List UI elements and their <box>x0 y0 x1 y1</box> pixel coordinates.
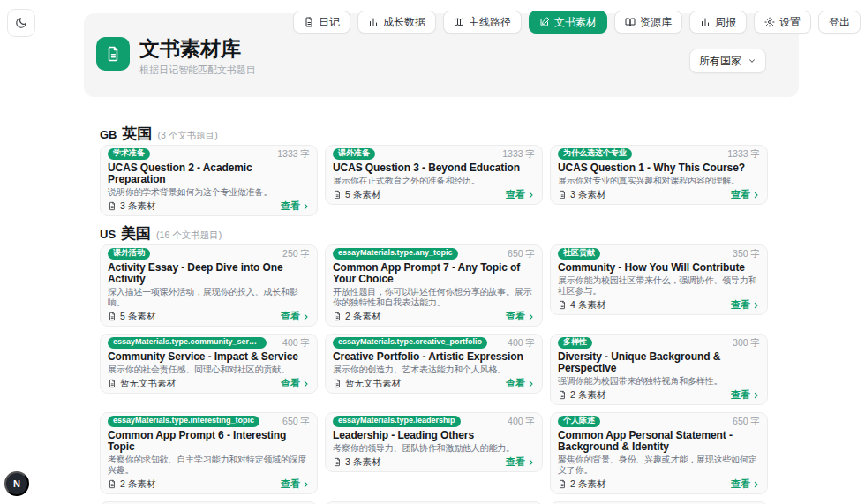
topic-type-badge: 课外活动 <box>108 248 150 260</box>
materials-count-label: 4 条素材 <box>570 299 606 312</box>
view-link[interactable]: 查看 <box>281 310 310 323</box>
essay-topic-card[interactable]: 社区贡献 350 字 Community - How You Will Cont… <box>550 244 768 315</box>
view-link[interactable]: 查看 <box>506 455 535 469</box>
nav-weekly-report-button[interactable]: 周报 <box>689 11 747 34</box>
doc-icon <box>333 312 342 321</box>
topic-count: (16 个文书题目) <box>156 229 222 242</box>
view-link[interactable]: 查看 <box>281 478 310 491</box>
materials-count-label: 2 条素材 <box>345 311 380 323</box>
card-grid: 学术准备 1333 字 UCAS Question 2 - Academic P… <box>100 145 768 216</box>
essay-topic-card[interactable]: essayMaterials.type.creative_portfolio 4… <box>325 334 543 394</box>
view-label: 查看 <box>506 455 525 469</box>
essay-topic-card[interactable]: essayMaterials.type.community_service 40… <box>100 334 318 394</box>
topic-type-badge: 为什么选这个专业 <box>558 148 632 160</box>
chevron-right-icon <box>302 202 310 211</box>
view-link[interactable]: 查看 <box>281 199 310 213</box>
materials-count-label: 3 条素材 <box>345 456 380 469</box>
topic-description: 说明你的学术背景如何为这个专业做准备。 <box>108 187 310 198</box>
doc-icon <box>558 390 567 400</box>
materials-count: 暂无文书素材 <box>108 378 176 390</box>
view-link[interactable]: 查看 <box>506 188 535 201</box>
view-label: 查看 <box>281 199 300 213</box>
materials-count: 2 条素材 <box>108 478 155 491</box>
word-count: 400 字 <box>508 416 535 428</box>
nav-label: 资源库 <box>640 15 672 30</box>
view-link[interactable]: 查看 <box>731 388 760 402</box>
dark-mode-toggle-button[interactable] <box>7 9 35 37</box>
essay-topic-card[interactable]: 个人陈述 650 字 Common App Personal Statement… <box>550 412 768 494</box>
nav-diary-button[interactable]: 日记 <box>293 11 350 34</box>
essay-topic-card[interactable]: 课外准备 1333 字 UCAS Question 3 - Beyond Edu… <box>325 145 543 205</box>
view-link[interactable]: 查看 <box>506 377 535 390</box>
topic-description: 开放性题目，你可以讲述任何你想分享的故事。展示你的独特性和自我表达能力。 <box>333 287 535 308</box>
topic-type-badge: 个人陈述 <box>558 416 600 427</box>
essay-topic-card[interactable]: essayMaterials.type.leadership 400 字 Lea… <box>325 412 543 472</box>
doc-icon <box>333 457 342 467</box>
top-navigation: 日记 成长数据 主线路径 文书素材 资源库 周报 设置 登出 <box>293 11 861 34</box>
chevron-right-icon <box>302 312 310 321</box>
country-name: 美国 <box>121 223 151 244</box>
view-link[interactable]: 查看 <box>731 188 760 201</box>
topic-title: Community - How You Will Contribute <box>558 262 760 274</box>
nav-label: 成长数据 <box>383 15 425 30</box>
essay-topic-card[interactable]: 学术准备 1333 字 UCAS Question 2 - Academic P… <box>100 145 318 216</box>
materials-count: 暂无文书素材 <box>333 378 401 390</box>
page-title: 文书素材库 <box>139 37 256 60</box>
word-count: 650 字 <box>508 248 535 260</box>
topic-description: 聚焦你的背景、身份、兴趣或才能，展现这些如何定义了你。 <box>558 455 760 476</box>
view-link[interactable]: 查看 <box>281 377 310 390</box>
chevron-right-icon <box>527 380 535 388</box>
view-link[interactable]: 查看 <box>731 298 760 312</box>
word-count: 650 字 <box>733 416 760 428</box>
doc-icon <box>108 379 117 388</box>
materials-count-label: 2 条素材 <box>120 478 155 491</box>
essay-topic-card[interactable]: essayMaterials.type.interesting_topic 65… <box>100 412 318 494</box>
nav-essay-materials-button[interactable]: 文书素材 <box>529 11 607 34</box>
materials-count-label: 3 条素材 <box>120 200 155 213</box>
essay-topic-card[interactable]: 为什么选这个专业 1333 字 UCAS Question 1 - Why Th… <box>550 145 768 205</box>
chevron-right-icon <box>527 191 535 199</box>
view-link[interactable]: 查看 <box>731 478 760 491</box>
section-gb: GB 英国 (3 个文书题目) 学术准备 1333 字 UCAS Questio… <box>100 124 768 216</box>
gear-icon <box>764 17 775 27</box>
essay-topic-card[interactable]: 多样性 300 字 Diversity - Unique Background … <box>550 334 768 405</box>
chevron-right-icon <box>527 312 535 321</box>
topic-title: UCAS Question 3 - Beyond Education <box>333 162 535 174</box>
essay-library-icon <box>96 37 130 71</box>
materials-count-label: 5 条素材 <box>120 311 155 323</box>
topic-type-badge: essayMaterials.type.any_topic <box>333 248 458 260</box>
word-count: 250 字 <box>282 248 310 260</box>
nav-logout-button[interactable]: 登出 <box>818 11 861 34</box>
doc-icon <box>108 312 117 321</box>
nav-growth-data-button[interactable]: 成长数据 <box>357 11 436 34</box>
materials-count: 3 条素材 <box>108 200 155 213</box>
word-count: 1333 字 <box>277 148 310 161</box>
topic-title: Leadership - Leading Others <box>333 430 535 441</box>
topic-title: Activity Essay - Deep Dive into One Acti… <box>108 262 310 285</box>
word-count: 400 字 <box>282 337 310 350</box>
nav-settings-button[interactable]: 设置 <box>754 11 811 34</box>
nav-main-path-button[interactable]: 主线路径 <box>443 11 522 34</box>
nav-resource-library-button[interactable]: 资源库 <box>614 11 682 34</box>
nav-label: 设置 <box>779 15 801 30</box>
topic-title: Community Service - Impact & Service <box>108 351 310 363</box>
country-code: US <box>100 228 116 241</box>
materials-count: 2 条素材 <box>558 389 606 402</box>
chevron-right-icon <box>527 458 535 467</box>
topic-title: Common App Personal Statement - Backgrou… <box>558 430 760 453</box>
floating-n-button[interactable]: N <box>4 471 29 496</box>
topic-type-badge: 学术准备 <box>108 148 150 160</box>
essay-topic-card[interactable]: essayMaterials.type.any_topic 650 字 Comm… <box>325 244 543 327</box>
materials-count: 2 条素材 <box>333 311 380 323</box>
topic-title: UCAS Question 1 - Why This Course? <box>558 162 760 174</box>
topic-description: 展示你对专业的真实兴趣和对课程内容的理解。 <box>558 176 760 186</box>
view-link[interactable]: 查看 <box>506 310 535 323</box>
country-filter-select[interactable]: 所有国家 <box>689 49 766 73</box>
country-filter-value: 所有国家 <box>699 54 741 69</box>
view-label: 查看 <box>731 388 750 402</box>
chevron-right-icon <box>752 480 760 489</box>
essay-topic-card[interactable]: 课外活动 250 字 Activity Essay - Deep Dive in… <box>100 244 318 327</box>
page: 日记 成长数据 主线路径 文书素材 资源库 周报 设置 登出 <box>0 0 865 504</box>
materials-count: 2 条素材 <box>558 478 606 491</box>
view-label: 查看 <box>506 310 525 323</box>
